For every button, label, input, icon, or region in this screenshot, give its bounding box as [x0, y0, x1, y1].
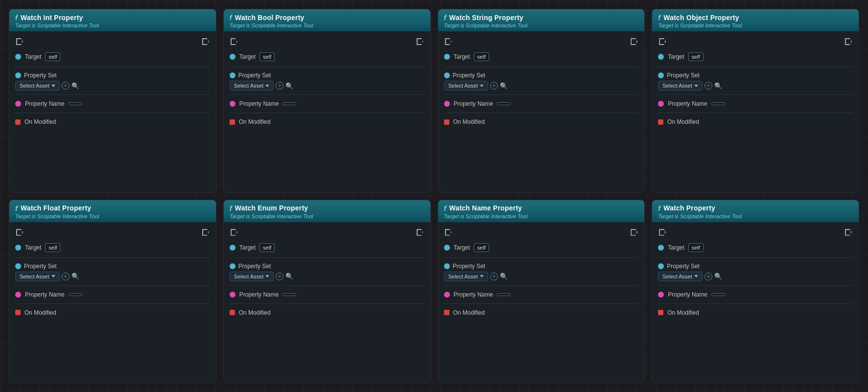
on-modified-row-watch-enum: On Modified — [230, 307, 424, 319]
search-icon-watch-bool[interactable]: 🔍 — [285, 82, 293, 90]
exec-pin-left-watch-name — [445, 229, 452, 236]
target-label-watch-enum: Target — [239, 244, 256, 251]
property-name-row-watch-property: Property Name — [658, 289, 853, 300]
property-name-value-watch-float[interactable] — [69, 293, 82, 296]
exec-row-watch-enum — [230, 226, 424, 239]
target-row-watch-enum: Target self — [230, 241, 424, 254]
pin-property-set-watch-property — [658, 263, 664, 269]
node-header-watch-enum: f Watch Enum Property Target is Scriptab… — [224, 200, 430, 222]
target-row-watch-name: Target self — [444, 241, 639, 254]
search-icon-watch-object[interactable]: 🔍 — [714, 82, 722, 90]
pin-on-modified-watch-object — [658, 119, 663, 125]
pin-target-watch-string — [444, 54, 450, 60]
add-icon-watch-name[interactable]: + — [490, 273, 498, 280]
search-icon-watch-float[interactable]: 🔍 — [71, 273, 79, 280]
on-modified-row-watch-object: On Modified — [658, 116, 853, 128]
property-name-value-watch-property[interactable] — [711, 293, 725, 296]
property-set-section-watch-bool: Property Set Select Asset + 🔍 — [230, 70, 424, 92]
node-subtitle-watch-object: Target is Scriptable Interactive Tool — [658, 23, 853, 28]
property-set-section-watch-name: Property Set Select Asset + 🔍 — [444, 261, 639, 282]
property-name-value-watch-int[interactable] — [69, 102, 82, 105]
property-name-row-watch-string: Property Name — [444, 98, 639, 110]
property-name-value-watch-name[interactable] — [497, 293, 511, 296]
divider-1-watch-name — [444, 257, 639, 258]
add-icon-watch-enum[interactable]: + — [276, 273, 283, 280]
search-icon-watch-property[interactable]: 🔍 — [714, 273, 722, 280]
property-name-value-watch-string[interactable] — [497, 102, 511, 105]
select-asset-button-watch-int[interactable]: Select Asset — [15, 81, 60, 91]
on-modified-row-watch-float: On Modified — [15, 307, 210, 319]
search-icon-watch-string[interactable]: 🔍 — [500, 82, 508, 90]
target-value-watch-object[interactable]: self — [688, 52, 704, 61]
exec-pin-right-watch-enum — [417, 229, 423, 236]
exec-pin-left-watch-property — [659, 229, 666, 236]
exec-pin-left-watch-enum — [231, 229, 237, 236]
exec-pin-right-watch-object — [845, 38, 852, 45]
select-asset-button-watch-float[interactable]: Select Asset — [15, 272, 60, 281]
select-asset-row-watch-string: Select Asset + 🔍 — [444, 81, 639, 91]
property-name-value-watch-object[interactable] — [711, 102, 725, 105]
node-card-watch-string: f Watch String Property Target is Script… — [438, 9, 645, 193]
target-value-watch-float[interactable]: self — [45, 243, 60, 252]
node-card-watch-int: f Watch Int Property Target is Scriptabl… — [9, 9, 216, 193]
exec-pin-right-watch-string — [631, 38, 637, 45]
on-modified-label-watch-object: On Modified — [667, 118, 699, 125]
chevron-down-icon-watch-object — [694, 85, 698, 87]
select-asset-button-watch-string[interactable]: Select Asset — [444, 81, 489, 91]
property-name-value-watch-enum[interactable] — [282, 293, 296, 296]
on-modified-row-watch-property: On Modified — [658, 307, 853, 319]
node-title-watch-property: Watch Property — [663, 204, 715, 212]
target-value-watch-int[interactable]: self — [45, 52, 60, 61]
add-icon-watch-int[interactable]: + — [62, 82, 70, 90]
pin-property-set-watch-name — [444, 263, 450, 269]
node-subtitle-watch-string: Target is Scriptable Interactive Tool — [444, 23, 639, 28]
target-value-watch-enum[interactable]: self — [259, 243, 275, 252]
property-name-row-watch-enum: Property Name — [230, 289, 424, 300]
select-asset-button-watch-enum[interactable]: Select Asset — [230, 272, 274, 281]
select-asset-button-watch-property[interactable]: Select Asset — [658, 272, 703, 281]
property-set-label-watch-name: Property Set — [453, 263, 486, 270]
divider-2-watch-float — [15, 285, 210, 286]
divider-3-watch-bool — [230, 113, 424, 113]
select-asset-row-watch-property: Select Asset + 🔍 — [658, 272, 853, 281]
node-title-watch-string: Watch String Property — [449, 14, 523, 22]
select-asset-button-watch-bool[interactable]: Select Asset — [230, 81, 274, 91]
exec-pin-left-watch-object — [659, 38, 666, 45]
select-asset-row-watch-enum: Select Asset + 🔍 — [230, 272, 424, 281]
select-asset-row-watch-name: Select Asset + 🔍 — [444, 272, 639, 281]
property-set-label-row-watch-bool: Property Set — [230, 72, 424, 79]
select-asset-button-watch-name[interactable]: Select Asset — [444, 272, 489, 281]
exec-row-watch-float — [15, 226, 210, 239]
add-icon-watch-float[interactable]: + — [62, 273, 70, 280]
add-icon-watch-property[interactable]: + — [704, 273, 712, 280]
node-header-watch-property: f Watch Property Target is Scriptable In… — [652, 200, 859, 222]
divider-1-watch-float — [15, 257, 210, 258]
pin-on-modified-watch-float — [15, 310, 21, 315]
search-icon-watch-enum[interactable]: 🔍 — [285, 273, 293, 280]
target-value-watch-property[interactable]: self — [688, 243, 704, 252]
select-asset-label-watch-float: Select Asset — [20, 274, 49, 279]
target-value-watch-name[interactable]: self — [474, 243, 489, 252]
pin-property-name-watch-property — [658, 292, 664, 298]
node-body-watch-property: Target self Property Set Select Asset + … — [652, 222, 859, 383]
add-icon-watch-string[interactable]: + — [490, 82, 498, 90]
exec-pin-left-watch-float — [16, 229, 23, 236]
exec-pin-right-watch-int — [202, 38, 209, 45]
search-icon-watch-name[interactable]: 🔍 — [500, 273, 508, 280]
target-row-watch-object: Target self — [658, 50, 853, 64]
search-icon-watch-int[interactable]: 🔍 — [71, 82, 79, 90]
target-value-watch-string[interactable]: self — [474, 52, 489, 61]
divider-3-watch-property — [658, 303, 853, 304]
property-name-label-watch-name: Property Name — [454, 291, 493, 298]
pin-on-modified-watch-string — [444, 119, 449, 125]
select-asset-label-watch-int: Select Asset — [20, 83, 49, 89]
add-icon-watch-bool[interactable]: + — [276, 82, 283, 90]
exec-pin-right-watch-property — [845, 229, 852, 236]
target-value-watch-bool[interactable]: self — [259, 52, 275, 61]
property-set-section-watch-int: Property Set Select Asset + 🔍 — [15, 70, 210, 92]
node-body-watch-int: Target self Property Set Select Asset + … — [9, 31, 216, 192]
select-asset-button-watch-object[interactable]: Select Asset — [658, 81, 703, 91]
add-icon-watch-object[interactable]: + — [704, 82, 712, 90]
property-name-value-watch-bool[interactable] — [282, 102, 296, 105]
chevron-down-icon-watch-bool — [265, 85, 269, 87]
